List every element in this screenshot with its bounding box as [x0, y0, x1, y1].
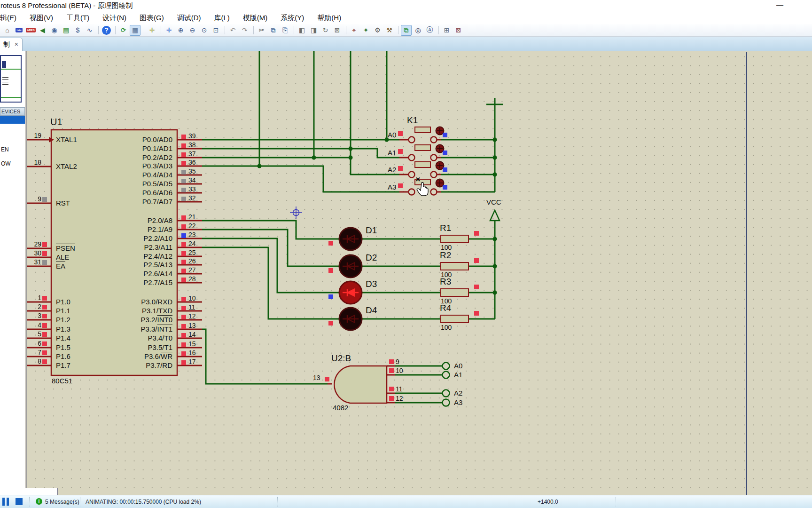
menu-item-library[interactable]: 库(L) — [214, 11, 229, 24]
terminal-A0[interactable] — [443, 363, 450, 370]
web-browser-icon[interactable]: ◉ — [49, 25, 60, 36]
menu-item-view[interactable]: 视图(V) — [30, 11, 53, 24]
simulation-status: ANIMATING: 00:00:15.750000 (CPU load 2%) — [86, 499, 201, 505]
pause-button[interactable] — [2, 498, 11, 507]
junction-dot — [493, 173, 497, 177]
block-delete-icon[interactable]: ⊠ — [332, 25, 343, 36]
property-assignment-icon[interactable]: Ⓐ — [424, 25, 435, 36]
toggle-grid-icon[interactable]: ▦ — [130, 25, 141, 36]
statusbar-divider — [616, 497, 617, 507]
switch-contact[interactable] — [409, 155, 415, 161]
device-item[interactable]: EN — [1, 146, 9, 153]
terminal-A2[interactable] — [443, 390, 450, 397]
tab-close-icon[interactable]: × — [15, 40, 18, 48]
isis-module-icon[interactable]: isis — [14, 25, 24, 36]
make-device-icon[interactable]: ✦ — [360, 25, 371, 36]
net-state-square — [325, 377, 329, 381]
state-square-red — [181, 324, 186, 329]
redraw-icon[interactable]: ⟳ — [118, 25, 129, 36]
junction-dot — [493, 291, 497, 295]
tab-schematic[interactable]: 制 × — [0, 38, 23, 51]
device-item-selected[interactable] — [0, 116, 25, 124]
decompose-icon[interactable]: ⚒ — [384, 25, 395, 36]
cut-icon[interactable]: ✂ — [256, 25, 267, 36]
menu-item-edit[interactable]: 辑(E) — [0, 11, 16, 24]
schematic-canvas[interactable]: ✕ 19XTAL118XTAL29RST29PSEN30ALE31EA1P1.0… — [27, 51, 812, 495]
block-move-icon[interactable]: ◨ — [308, 25, 319, 36]
device-item[interactable]: OW — [1, 160, 11, 167]
pick-parts-icon[interactable]: ⌖ — [349, 25, 359, 36]
home-icon[interactable]: ⌂ — [2, 25, 13, 36]
paste-icon[interactable]: ⎘ — [280, 25, 290, 36]
vcc-symbol[interactable] — [490, 210, 500, 221]
minimize-button[interactable]: — — [776, 0, 783, 8]
block-rotate-icon[interactable]: ↻ — [320, 25, 331, 36]
bill-of-materials-icon[interactable]: $ — [72, 25, 83, 36]
switch-button-cap[interactable] — [415, 145, 430, 151]
schematic-overview-minimap[interactable] — [0, 55, 22, 103]
menu-item-template[interactable]: 模版(M) — [243, 11, 268, 24]
stop-button[interactable] — [16, 498, 23, 505]
resistor-body-R4[interactable] — [441, 315, 468, 323]
ares-module-icon[interactable]: ARES — [25, 25, 36, 36]
menu-item-system[interactable]: 系统(Y) — [281, 11, 304, 24]
message-count[interactable]: 5 Message(s) — [45, 499, 79, 505]
chip-body[interactable] — [51, 130, 177, 375]
terminal-A1[interactable] — [443, 372, 450, 379]
wire[interactable] — [202, 247, 340, 319]
export-graphics-icon[interactable]: ◀ — [37, 25, 48, 36]
cursor-coordinate: +1400.0 — [538, 499, 558, 505]
undo-icon[interactable]: ↶ — [227, 25, 238, 36]
menu-item-help[interactable]: 帮助(H) — [317, 11, 341, 24]
wire[interactable] — [202, 149, 399, 158]
terminal-A3[interactable] — [443, 399, 450, 406]
design-explorer-icon[interactable]: ▤ — [61, 25, 71, 36]
zoom-extents-icon[interactable]: ⊙ — [199, 25, 210, 36]
analysis-icon[interactable]: ∿ — [84, 25, 95, 36]
gate-body[interactable] — [334, 366, 387, 403]
switch-contact[interactable] — [431, 189, 437, 195]
menu-item-debug[interactable]: 调试(D) — [177, 11, 201, 24]
copy-icon[interactable]: ⧉ — [268, 25, 279, 36]
wire[interactable] — [202, 329, 328, 384]
menu-item-graph[interactable]: 图表(G) — [140, 11, 164, 24]
state-square-red — [181, 152, 186, 157]
zoom-in-icon[interactable]: ⊕ — [175, 25, 186, 36]
wire-autorouter-icon[interactable]: ⧉ — [401, 25, 412, 36]
info-icon[interactable]: i — [36, 498, 42, 505]
wire[interactable] — [351, 51, 399, 175]
new-sheet-icon[interactable]: ⊞ — [441, 25, 452, 36]
state-square-red — [181, 260, 186, 264]
remove-sheet-icon[interactable]: ⊠ — [453, 25, 464, 36]
switch-contact[interactable] — [431, 172, 437, 178]
resistor-body-R3[interactable] — [441, 289, 468, 296]
pan-icon[interactable]: ✛ — [164, 25, 174, 36]
redo-icon[interactable]: ↷ — [239, 25, 250, 36]
menu-item-design[interactable]: 设计(N) — [102, 11, 126, 24]
switch-contact[interactable] — [409, 189, 415, 195]
help-icon[interactable]: ? — [102, 26, 111, 35]
switch-contact[interactable] — [431, 137, 437, 143]
toolbar-divider — [294, 26, 294, 34]
status-bar: i 5 Message(s) ANIMATING: 00:00:15.75000… — [0, 495, 812, 508]
block-copy-icon[interactable]: ◧ — [297, 25, 307, 36]
wire[interactable] — [202, 166, 399, 192]
resistor-body-R2[interactable] — [441, 262, 468, 270]
junction-dot — [493, 156, 497, 160]
menu-item-tools[interactable]: 工具(T) — [66, 11, 89, 24]
junction-dot — [312, 156, 316, 160]
toolbar-divider — [144, 26, 144, 34]
switch-contact[interactable] — [431, 155, 437, 161]
zoom-out-icon[interactable]: ⊖ — [187, 25, 198, 36]
search-tag-icon[interactable]: ◎ — [413, 25, 423, 36]
resistor-body-R1[interactable] — [441, 235, 468, 243]
state-square-blue — [181, 233, 186, 238]
zoom-area-icon[interactable]: ⊡ — [211, 25, 221, 36]
packaging-tool-icon[interactable]: ⚙ — [372, 25, 383, 36]
switch-button-cap[interactable] — [415, 162, 430, 167]
switch-contact[interactable] — [409, 172, 415, 178]
switch-button-cap[interactable] — [415, 127, 430, 133]
switch-contact[interactable] — [409, 137, 415, 143]
origin-icon[interactable]: ✛ — [147, 25, 157, 36]
net-state-square — [474, 258, 479, 263]
